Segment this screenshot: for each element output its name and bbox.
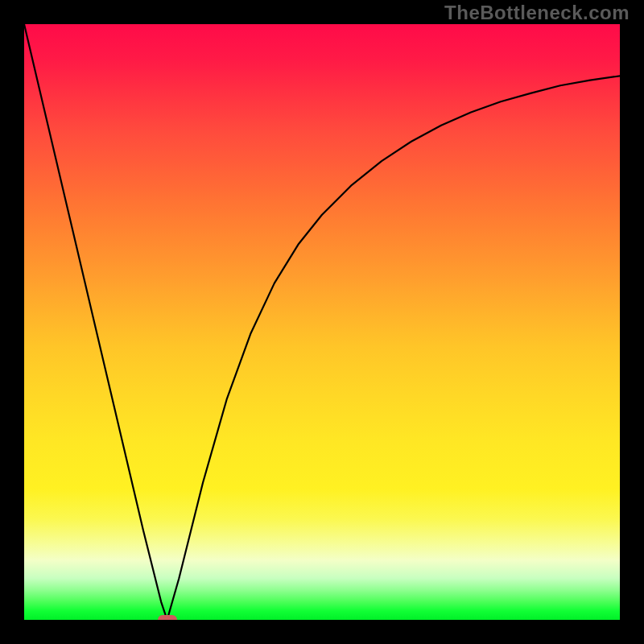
- curve-path: [24, 24, 620, 620]
- plot-area: [24, 24, 620, 620]
- chart-frame: TheBottleneck.com: [0, 0, 644, 644]
- watermark-text: TheBottleneck.com: [444, 2, 630, 24]
- optimal-marker: [158, 615, 177, 620]
- bottleneck-curve: [24, 24, 620, 620]
